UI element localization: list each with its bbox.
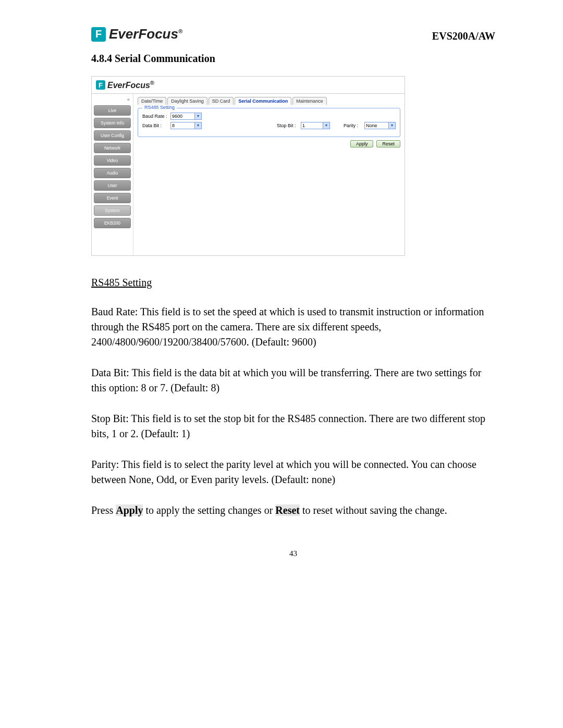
subheading: RS485 Setting [91,277,495,289]
paragraph-stopbit: Stop Bit: This field is to set the stop … [91,411,495,441]
brand-logo: F EverFocus® [91,26,182,42]
chevron-down-icon: ▾ [388,122,395,129]
sidebar-item-system[interactable]: System [94,205,131,216]
ss-sidebar: « Live System Info User Config Network V… [92,94,133,255]
baud-label: Baud Rate : [142,114,167,119]
sidebar-item-video[interactable]: Video [94,155,131,166]
sidebar-item-audio[interactable]: Audio [94,168,131,178]
tab-datetime[interactable]: Date/Time [138,97,166,105]
tab-sdcard[interactable]: SD Card [209,97,234,105]
ss-main: Date/Time Daylight Saving SD Card Serial… [133,94,405,255]
parity-value: None [366,122,377,129]
sidebar-item-user[interactable]: User [94,180,131,191]
paragraph-press: Press Apply to apply the setting changes… [91,503,495,518]
paragraph-parity: Parity: This field is to select the pari… [91,457,495,487]
ss-brand-icon: F [96,80,105,90]
page-header: F EverFocus® EVS200A/AW [91,26,495,42]
page-number: 43 [91,549,495,558]
data-label: Data Bit : [142,123,167,128]
model-label: EVS200A/AW [432,30,495,42]
data-select[interactable]: 8 ▾ [170,122,202,129]
data-value: 8 [172,122,175,129]
sidebar-item-userconfig[interactable]: User Config [94,130,131,141]
sidebar-item-network[interactable]: Network [94,143,131,153]
parity-label: Parity : [344,123,361,128]
apply-word: Apply [116,504,143,516]
reset-button[interactable]: Reset [376,140,400,147]
reset-word: Reset [275,504,300,516]
chevron-down-icon: ▾ [323,122,329,129]
paragraph-baud: Baud Rate: This field is to set the spee… [91,304,495,350]
tab-serial[interactable]: Serial Communication [235,97,291,105]
fieldset-legend: RS485 Setting [142,105,177,110]
chevron-down-icon: ▾ [194,113,201,119]
paragraph-databit: Data Bit: This field is the data bit at … [91,365,495,396]
baud-value: 9600 [172,113,182,119]
baud-select[interactable]: 9600 ▾ [170,113,202,120]
collapse-icon[interactable]: « [94,97,131,103]
ui-screenshot: F EverFocus® « Live System Info User Con… [91,76,405,256]
brand-logo-text: EverFocus® [109,26,182,42]
sidebar-item-event[interactable]: Event [94,193,131,203]
apply-button[interactable]: Apply [350,140,374,147]
brand-logo-icon: F [91,27,106,42]
ss-brand-text: EverFocus® [107,80,154,90]
parity-select[interactable]: None ▾ [364,122,396,129]
sidebar-item-systeminfo[interactable]: System Info [94,118,131,128]
tab-maintenance[interactable]: Maintenance [292,97,327,105]
rs485-fieldset: RS485 Setting Baud Rate : 9600 ▾ Data Bi… [138,108,400,137]
chevron-down-icon: ▾ [194,122,201,129]
sidebar-item-ekb200[interactable]: EKB200 [94,218,131,228]
stop-label: Stop Bit : [277,123,298,128]
ss-header: F EverFocus® [92,77,405,94]
stop-select[interactable]: 1 ▾ [301,122,330,129]
stop-value: 1 [302,122,305,129]
sidebar-item-live[interactable]: Live [94,105,131,116]
ss-tabs: Date/Time Daylight Saving SD Card Serial… [138,97,400,105]
section-title: 4.8.4 Serial Communication [91,53,495,65]
tab-daylight[interactable]: Daylight Saving [167,97,207,105]
